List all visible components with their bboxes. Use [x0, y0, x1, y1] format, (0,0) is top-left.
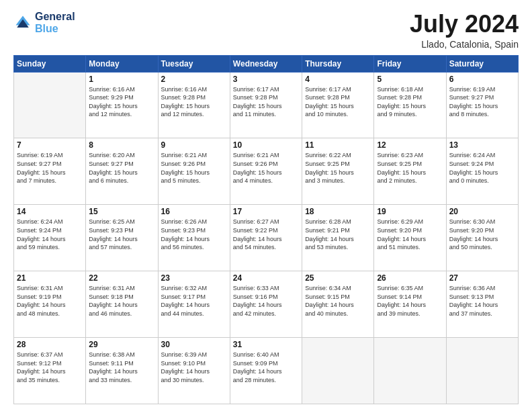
day-info: Sunrise: 6:39 AM Sunset: 9:10 PM Dayligh…: [161, 351, 227, 384]
day-number: 6: [449, 75, 515, 84]
day-number: 21: [17, 273, 83, 283]
calendar-cell: 17Sunrise: 6:27 AM Sunset: 9:22 PM Dayli…: [230, 205, 302, 271]
logo: General Blue: [13, 11, 75, 35]
day-info: Sunrise: 6:21 AM Sunset: 9:26 PM Dayligh…: [161, 151, 227, 185]
day-info: Sunrise: 6:22 AM Sunset: 9:25 PM Dayligh…: [305, 151, 371, 185]
calendar-cell: [302, 338, 374, 404]
month-title: July 2024: [410, 11, 519, 38]
calendar-cell: 3Sunrise: 6:17 AM Sunset: 9:28 PM Daylig…: [230, 72, 302, 138]
day-info: Sunrise: 6:32 AM Sunset: 9:17 PM Dayligh…: [161, 284, 227, 318]
calendar-cell: 16Sunrise: 6:26 AM Sunset: 9:23 PM Dayli…: [158, 205, 230, 271]
day-info: Sunrise: 6:19 AM Sunset: 9:27 PM Dayligh…: [449, 85, 515, 119]
calendar-table: SundayMondayTuesdayWednesdayThursdayFrid…: [13, 55, 519, 404]
day-info: Sunrise: 6:21 AM Sunset: 9:26 PM Dayligh…: [233, 151, 299, 185]
page: General Blue July 2024 Llado, Catalonia,…: [0, 0, 532, 411]
calendar-cell: 28Sunrise: 6:37 AM Sunset: 9:12 PM Dayli…: [14, 338, 86, 404]
calendar-cell: [446, 338, 518, 404]
calendar-cell: 22Sunrise: 6:31 AM Sunset: 9:18 PM Dayli…: [86, 271, 158, 338]
calendar-cell: 8Sunrise: 6:20 AM Sunset: 9:27 PM Daylig…: [86, 138, 158, 205]
calendar-cell: 27Sunrise: 6:36 AM Sunset: 9:13 PM Dayli…: [446, 271, 518, 338]
day-info: Sunrise: 6:30 AM Sunset: 9:20 PM Dayligh…: [449, 218, 515, 251]
day-info: Sunrise: 6:38 AM Sunset: 9:11 PM Dayligh…: [89, 351, 154, 384]
calendar-cell: 4Sunrise: 6:17 AM Sunset: 9:28 PM Daylig…: [302, 72, 374, 138]
location: Llado, Catalonia, Spain: [410, 39, 519, 50]
day-number: 28: [17, 340, 83, 349]
day-number: 19: [377, 207, 443, 216]
day-info: Sunrise: 6:20 AM Sunset: 9:27 PM Dayligh…: [89, 151, 154, 185]
day-number: 18: [305, 207, 371, 216]
day-info: Sunrise: 6:40 AM Sunset: 9:09 PM Dayligh…: [233, 351, 299, 384]
day-info: Sunrise: 6:28 AM Sunset: 9:21 PM Dayligh…: [305, 218, 371, 251]
day-number: 11: [305, 140, 371, 150]
day-number: 26: [377, 273, 443, 283]
day-info: Sunrise: 6:17 AM Sunset: 9:28 PM Dayligh…: [305, 85, 371, 119]
day-number: 27: [449, 273, 515, 283]
calendar-cell: [374, 338, 446, 404]
calendar-cell: 19Sunrise: 6:29 AM Sunset: 9:20 PM Dayli…: [374, 205, 446, 271]
calendar-cell: 29Sunrise: 6:38 AM Sunset: 9:11 PM Dayli…: [86, 338, 158, 404]
calendar-cell: 9Sunrise: 6:21 AM Sunset: 9:26 PM Daylig…: [158, 138, 230, 205]
day-info: Sunrise: 6:35 AM Sunset: 9:14 PM Dayligh…: [377, 284, 443, 318]
day-info: Sunrise: 6:29 AM Sunset: 9:20 PM Dayligh…: [377, 218, 443, 251]
day-number: 4: [305, 75, 371, 84]
day-header-sunday: Sunday: [14, 55, 86, 72]
calendar-cell: 23Sunrise: 6:32 AM Sunset: 9:17 PM Dayli…: [158, 271, 230, 338]
day-info: Sunrise: 6:26 AM Sunset: 9:23 PM Dayligh…: [161, 218, 227, 251]
day-info: Sunrise: 6:16 AM Sunset: 9:29 PM Dayligh…: [89, 85, 154, 119]
day-header-thursday: Thursday: [302, 55, 374, 72]
calendar-cell: 21Sunrise: 6:31 AM Sunset: 9:19 PM Dayli…: [14, 271, 86, 338]
calendar-cell: 10Sunrise: 6:21 AM Sunset: 9:26 PM Dayli…: [230, 138, 302, 205]
day-number: 30: [161, 340, 227, 349]
title-block: July 2024 Llado, Catalonia, Spain: [410, 11, 519, 50]
day-number: 2: [161, 75, 227, 84]
calendar-cell: 11Sunrise: 6:22 AM Sunset: 9:25 PM Dayli…: [302, 138, 374, 205]
calendar-cell: 13Sunrise: 6:24 AM Sunset: 9:24 PM Dayli…: [446, 138, 518, 205]
day-header-wednesday: Wednesday: [230, 55, 302, 72]
header: General Blue July 2024 Llado, Catalonia,…: [13, 11, 519, 50]
day-info: Sunrise: 6:37 AM Sunset: 9:12 PM Dayligh…: [17, 351, 83, 384]
day-number: 7: [17, 140, 83, 150]
calendar-cell: 30Sunrise: 6:39 AM Sunset: 9:10 PM Dayli…: [158, 338, 230, 404]
day-number: 14: [17, 207, 83, 216]
calendar-cell: 18Sunrise: 6:28 AM Sunset: 9:21 PM Dayli…: [302, 205, 374, 271]
day-number: 17: [233, 207, 299, 216]
day-number: 20: [449, 207, 515, 216]
day-header-tuesday: Tuesday: [158, 55, 230, 72]
day-number: 25: [305, 273, 371, 283]
day-number: 22: [89, 273, 154, 283]
calendar-cell: 5Sunrise: 6:18 AM Sunset: 9:28 PM Daylig…: [374, 72, 446, 138]
calendar-cell: 1Sunrise: 6:16 AM Sunset: 9:29 PM Daylig…: [86, 72, 158, 138]
day-number: 24: [233, 273, 299, 283]
day-number: 23: [161, 273, 227, 283]
calendar-cell: 15Sunrise: 6:25 AM Sunset: 9:23 PM Dayli…: [86, 205, 158, 271]
calendar-cell: 12Sunrise: 6:23 AM Sunset: 9:25 PM Dayli…: [374, 138, 446, 205]
calendar-week-row: 1Sunrise: 6:16 AM Sunset: 9:29 PM Daylig…: [14, 72, 519, 138]
logo-icon: [13, 13, 32, 32]
day-number: 1: [89, 75, 154, 84]
calendar-cell: 20Sunrise: 6:30 AM Sunset: 9:20 PM Dayli…: [446, 205, 518, 271]
calendar-cell: 25Sunrise: 6:34 AM Sunset: 9:15 PM Dayli…: [302, 271, 374, 338]
day-number: 5: [377, 75, 443, 84]
day-info: Sunrise: 6:25 AM Sunset: 9:23 PM Dayligh…: [89, 218, 154, 251]
day-header-monday: Monday: [86, 55, 158, 72]
day-info: Sunrise: 6:18 AM Sunset: 9:28 PM Dayligh…: [377, 85, 443, 119]
calendar-cell: 6Sunrise: 6:19 AM Sunset: 9:27 PM Daylig…: [446, 72, 518, 138]
day-info: Sunrise: 6:31 AM Sunset: 9:18 PM Dayligh…: [89, 284, 154, 318]
day-info: Sunrise: 6:31 AM Sunset: 9:19 PM Dayligh…: [17, 284, 83, 318]
day-info: Sunrise: 6:33 AM Sunset: 9:16 PM Dayligh…: [233, 284, 299, 318]
day-number: 15: [89, 207, 154, 216]
calendar-cell: 24Sunrise: 6:33 AM Sunset: 9:16 PM Dayli…: [230, 271, 302, 338]
calendar-cell: 26Sunrise: 6:35 AM Sunset: 9:14 PM Dayli…: [374, 271, 446, 338]
day-number: 13: [449, 140, 515, 150]
day-info: Sunrise: 6:19 AM Sunset: 9:27 PM Dayligh…: [17, 151, 83, 185]
day-info: Sunrise: 6:34 AM Sunset: 9:15 PM Dayligh…: [305, 284, 371, 318]
day-info: Sunrise: 6:23 AM Sunset: 9:25 PM Dayligh…: [377, 151, 443, 185]
calendar-cell: 2Sunrise: 6:16 AM Sunset: 9:28 PM Daylig…: [158, 72, 230, 138]
day-info: Sunrise: 6:24 AM Sunset: 9:24 PM Dayligh…: [449, 151, 515, 185]
day-header-friday: Friday: [374, 55, 446, 72]
logo-text: General Blue: [35, 11, 75, 35]
day-number: 3: [233, 75, 299, 84]
calendar-week-row: 14Sunrise: 6:24 AM Sunset: 9:24 PM Dayli…: [14, 205, 519, 271]
calendar-week-row: 28Sunrise: 6:37 AM Sunset: 9:12 PM Dayli…: [14, 338, 519, 404]
day-info: Sunrise: 6:36 AM Sunset: 9:13 PM Dayligh…: [449, 284, 515, 318]
